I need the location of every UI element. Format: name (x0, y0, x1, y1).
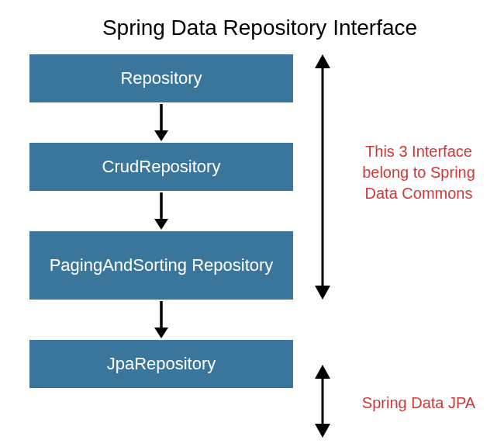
box-label: JpaRepository (107, 354, 216, 374)
box-paging-and-sorting-repository: PagingAndSorting Repository (29, 231, 293, 300)
boxes-column: Repository CrudRepository PagingAndSorti… (29, 54, 293, 388)
svg-marker-1 (154, 130, 168, 141)
svg-marker-8 (315, 286, 330, 300)
box-repository: Repository (29, 54, 293, 102)
annotation-spring-data-commons: This 3 Interface belong to Spring Data C… (349, 141, 488, 204)
svg-marker-5 (154, 327, 168, 338)
arrow-down-icon (29, 300, 293, 340)
arrow-down-icon (29, 191, 293, 231)
annotation-spring-data-jpa: Spring Data JPA (349, 393, 488, 414)
box-label: PagingAndSorting Repository (50, 255, 274, 275)
svg-marker-7 (315, 54, 330, 68)
bracket-bottom (309, 365, 337, 441)
diagram-title: Spring Data Repository Interface (0, 16, 504, 40)
diagram-container: Repository CrudRepository PagingAndSorti… (0, 54, 504, 442)
svg-marker-11 (315, 424, 330, 438)
box-jpa-repository: JpaRepository (29, 340, 293, 388)
box-label: CrudRepository (102, 157, 221, 177)
svg-marker-10 (315, 365, 330, 379)
double-arrow-icon (309, 54, 337, 300)
bracket-top (309, 54, 337, 303)
svg-marker-3 (154, 219, 168, 230)
arrow-down-icon (29, 102, 293, 143)
box-crud-repository: CrudRepository (29, 143, 293, 191)
box-label: Repository (120, 68, 202, 88)
double-arrow-icon (309, 365, 337, 438)
